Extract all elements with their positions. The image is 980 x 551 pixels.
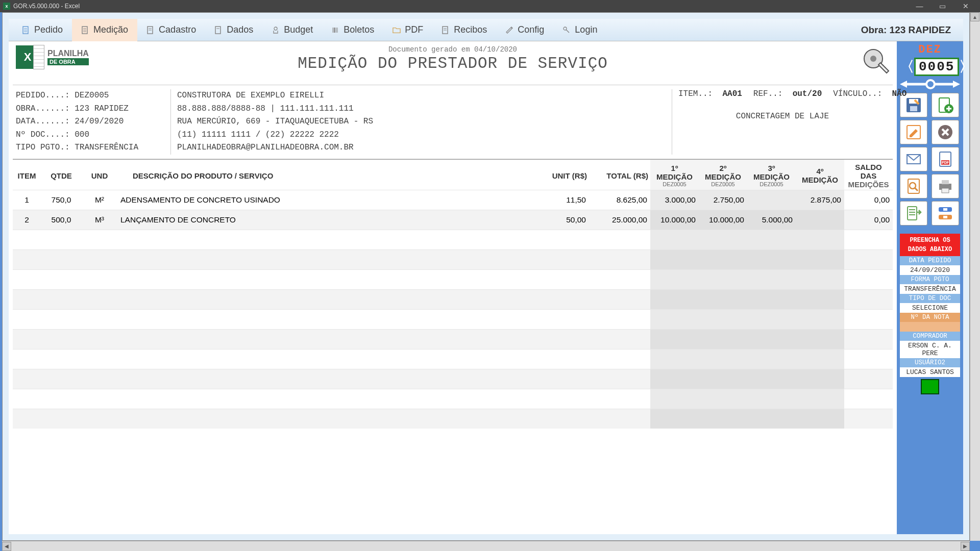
doc-title: MEDIÇÃO DO PRESTADOR DE SERVIÇO [13,55,893,72]
medicao-table: ITEM QTDE UND DESCRIÇÃO DO PRODUTO / SER… [13,159,893,429]
app-logo: X PLANILHA DE OBRA [16,45,89,69]
obra-label: Obra: 123 RAPIDEZ [861,24,959,36]
table-row[interactable]: 1750,0M²ADENSAMENTO DE CONCRETO USINADO1… [13,190,893,210]
info-pedido: PEDIDO....: DEZ0005 [16,89,167,103]
svg-marker-28 [900,81,907,88]
table-row[interactable] [13,249,893,269]
doc-generated: Documento gerado em 04/10/2020 [13,45,893,54]
svg-rect-11 [215,27,220,34]
form-icon [146,26,155,34]
label-usuario2: USUÁRIO2 [900,358,960,367]
tab-dados[interactable]: Dados [205,19,262,41]
key-icon [562,26,571,34]
excel-logo-icon: X [16,45,39,69]
submit-button[interactable] [921,379,939,394]
email-button[interactable] [900,147,927,171]
table-row[interactable]: 2500,0M³LANÇAMENTO DE CONCRETO50,0025.00… [13,210,893,230]
next-arrow[interactable]: 〉 [959,57,973,77]
export-button[interactable] [900,201,927,226]
label-num-nota: Nº DA NOTA [900,313,960,322]
svg-rect-52 [942,188,949,193]
list-icon [81,26,89,34]
excel-icon: x [3,3,10,10]
info-task: CONCRETAGEM DE LAJE [678,112,887,121]
label-forma-pgto: FORMA PGTO [900,275,960,284]
info-email: PLANILHADEOBRA@PLANILHADEOBRA.COM.BR [177,141,666,155]
tab-boletos[interactable]: Boletos [322,19,383,41]
table-row[interactable] [13,329,893,349]
value-comprador[interactable]: ERSON C. A. PERE [900,341,960,358]
tab-cadastro[interactable]: Cadastro [137,19,205,41]
data-icon [214,26,223,34]
svg-rect-34 [910,106,917,111]
record-counter[interactable]: 0005 [914,58,959,76]
tab-login[interactable]: Login [553,19,606,41]
info-phones: (11) 11111 1111 / (22) 22222 2222 [177,129,666,142]
wrench-icon [505,26,513,34]
info-address: RUA MERCÚRIO, 669 - ITAQUAQUECETUBA - RS [177,115,666,129]
month-badge: DEZ [900,43,960,56]
svg-rect-59 [943,208,947,211]
label-data-pedido: DATA PEDIDO [900,256,960,265]
barcode-icon [331,26,339,34]
svg-point-30 [926,80,935,88]
info-cnpj: 88.888.888/8888-88 | 111.111.111.111 [177,103,666,116]
vertical-scrollbar[interactable]: ▲ [970,12,980,541]
table-row[interactable] [13,289,893,309]
value-data-pedido[interactable]: 24/09/2020 [900,265,960,275]
pdf-button[interactable]: PDF [932,147,959,171]
record-slider[interactable] [900,79,960,90]
tape-measure-icon [862,47,891,76]
document-icon [22,26,30,34]
prev-arrow[interactable]: 〈 [900,57,914,77]
close-button[interactable]: ✕ [954,0,977,12]
tab-config[interactable]: Config [496,19,553,41]
receipt-icon [442,26,450,34]
maximize-button[interactable]: ▭ [931,0,954,12]
table-row[interactable] [13,269,893,289]
info-pgto: TIPO PGTO.: TRANSFERÊNCIA [16,141,167,155]
value-usuario2[interactable]: LUCAS SANTOS [900,367,960,377]
svg-rect-60 [943,216,947,218]
preview-button[interactable] [900,174,927,198]
table-row[interactable] [13,309,893,329]
print-button[interactable] [932,174,959,198]
table-row[interactable] [13,409,893,429]
label-comprador: COMPRADOR [900,332,960,341]
svg-marker-31 [953,81,960,88]
tab-pedido[interactable]: Pedido [13,19,72,41]
svg-point-25 [870,56,876,62]
value-tipo-doc[interactable]: SELECIONE [900,303,960,313]
money-icon [272,26,280,34]
svg-text:PDF: PDF [942,161,949,164]
minimize-button[interactable]: — [908,0,931,12]
info-obra: OBRA......: 123 RAPIDEZ [16,103,167,116]
table-row[interactable] [13,389,893,409]
tab-pdf[interactable]: PDF [383,19,432,41]
folder-icon [393,26,401,34]
add-button[interactable] [932,93,959,117]
info-data: DATA......: 24/09/2020 [16,115,167,129]
delete-button[interactable] [932,120,959,144]
svg-rect-53 [908,207,917,220]
value-forma-pgto[interactable]: TRANSFERÊNCIA [900,284,960,294]
svg-point-13 [274,27,277,30]
table-row[interactable] [13,349,893,369]
layout-button[interactable] [932,201,959,226]
horizontal-scrollbar[interactable]: ◀ ▶ [2,541,970,551]
label-tipo-doc: TIPO DE DOC [900,294,960,303]
svg-rect-51 [942,180,949,184]
table-row[interactable] [13,230,893,249]
table-row[interactable] [13,369,893,389]
tab-recibos[interactable]: Recibos [432,19,496,41]
window-title: GOR.v5.000.000 - Excel [13,3,80,10]
form-warning: PREENCHA OS DADOS ABAIXO [900,234,960,256]
svg-line-23 [566,30,569,33]
value-num-nota[interactable] [900,322,960,332]
tab-budget[interactable]: Budget [262,19,322,41]
info-doc: Nº DOC....: 000 [16,129,167,142]
edit-button[interactable] [900,120,927,144]
info-company: CONSTRUTORA DE EXEMPLO EIRELLI [177,89,666,103]
tab-medicao[interactable]: Medição [72,19,137,41]
